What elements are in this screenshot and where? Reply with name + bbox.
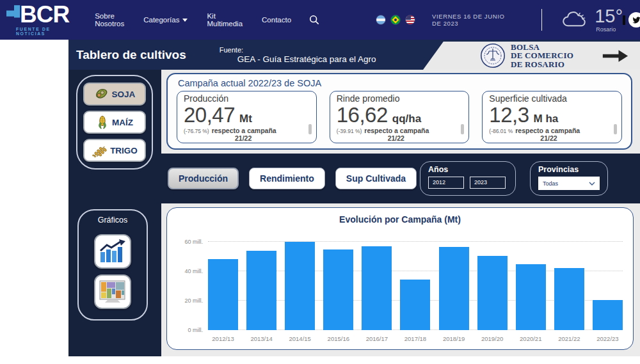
brazil-flag-icon[interactable] [390,15,401,25]
language-flags [376,15,415,25]
kpi-delta-ref: 21/22 [235,134,310,142]
logo-text: BCR [20,4,69,25]
x-axis-tick-label: 2020/21 [520,335,541,342]
wheat-icon [92,144,107,157]
x-axis-tick-label: 2022/23 [596,335,618,342]
top-navbar: BCR FUENTE DE NOTICIAS Sobre Nosotros Ca… [0,0,640,40]
crops-dashboard: Tablero de cultivos Fuente: GEA - Guía E… [68,40,640,356]
chevron-down-icon [589,182,595,186]
bar-2022/23[interactable] [593,300,623,330]
bar-2020/21[interactable] [516,264,546,330]
kpi-section: Campaña actual 2022/23 de SOJA Producció… [161,70,640,154]
twitter-icon[interactable] [628,12,640,28]
bar-slot: 2019/20 [477,235,508,330]
dashboard-title-banner: Tablero de cultivos Fuente: GEA - Guía E… [68,40,445,70]
nav-menu: Sobre Nosotros Categorías Kit Multimedia… [95,12,291,28]
kpi-unit: M ha [534,113,559,125]
graficos-label: Gráficos [98,216,128,225]
graficos-panel: Gráficos [77,209,148,320]
scrollbar-thumb[interactable] [614,124,617,134]
bar-slot: 2020/21 [516,235,546,330]
menu-item-kit-multimedia[interactable]: Kit Multimedia [207,12,243,28]
bar-2013/14[interactable] [246,251,276,330]
crop-selector: SOJA MAÍZ [76,75,153,170]
year-to-input[interactable]: 2023 [470,177,506,189]
bar-2021/22[interactable] [554,268,584,330]
treemap-button[interactable] [94,274,131,309]
dashboard-body: SOJA MAÍZ [68,70,640,356]
usa-flag-icon[interactable] [405,15,415,25]
kpi-delta-note: respecto a campaña [364,127,429,134]
bar-2016/17[interactable] [362,246,392,330]
bar-slot: 2022/23 [593,235,623,330]
kpi-delta-note: respecto a campaña [515,127,580,134]
crop-button-maiz[interactable]: MAÍZ [83,111,146,134]
kpi-label: Superficie cultivada [489,93,615,104]
menu-label: Sobre Nosotros [95,12,124,28]
kpi-card-rinde: Rinde promedio 16,62 qq/ha (-39.91 %) re… [330,91,470,143]
kpi-title: Campaña actual 2022/23 de SOJA [178,78,622,88]
bar-slot: 2012/13 [208,235,238,330]
kpi-label: Producción [184,93,310,104]
cloud-icon [561,11,588,29]
kpi-card-produccion: Producción 20,47 Mt (-76.75 %) respecto … [177,91,317,143]
metric-button-rendimiento[interactable]: Rendimiento [249,168,325,189]
kpi-delta: (-86.01 % [489,128,513,134]
bar-chart-trend-button[interactable] [94,234,131,269]
date-text: VIERNES 16 DE JUNIO DE 2023 [432,13,504,27]
bar-2015/16[interactable] [323,249,353,330]
crop-label: MAÍZ [112,118,133,127]
logo-subtext: FUENTE DE NOTICIAS [16,27,69,36]
bar-slot: 2018/19 [439,235,469,330]
bar-slot: 2014/15 [285,235,315,330]
source-block: Fuente: GEA - Guía Estratégica para el A… [220,46,376,64]
menu-label: Contacto [262,16,291,24]
provinces-dropdown[interactable]: Todas [538,177,600,190]
metric-button-sup-cultivada[interactable]: Sup Cultivada [335,168,417,189]
social-icons [623,12,640,28]
sidebar: SOJA MAÍZ [68,70,161,356]
crop-label: TRIGO [110,146,138,155]
bar-2018/19[interactable] [439,247,469,330]
bar-2017/18[interactable] [400,280,430,330]
crop-button-trigo[interactable]: TRIGO [83,139,146,162]
menu-label: Kit Multimedia [207,12,243,28]
metric-button-produccion[interactable]: Producción [168,168,239,189]
y-axis-tick-label: 20 mill. [172,297,203,304]
kpi-unit: qq/ha [392,113,421,125]
year-from-input[interactable]: 2012 [428,177,464,189]
weather-city: Rosario [596,26,616,33]
next-arrow-icon[interactable] [602,49,628,63]
org-line: DE ROSARIO [511,60,573,69]
scrollbar-thumb[interactable] [308,124,312,134]
provinces-selected-value: Todas [543,180,558,187]
bar-2014/15[interactable] [285,242,315,330]
menu-item-categorias[interactable]: Categorías [143,12,188,28]
main-content: Campaña actual 2022/23 de SOJA Producció… [161,70,640,356]
header-right: BOLSA DE COMERCIO DE ROSARIO [423,40,640,70]
menu-item-sobre-nosotros[interactable]: Sobre Nosotros [95,12,124,28]
kpi-value: 16,62 [337,104,388,127]
weather-widget: 15° Rosario [561,7,623,33]
x-axis-tick-label: 2019/20 [481,335,503,342]
crop-button-soja[interactable]: SOJA [83,83,146,106]
bar-slot: 2015/16 [323,235,353,330]
search-icon[interactable] [309,15,319,25]
argentina-flag-icon[interactable] [376,15,386,25]
org-line: DE COMERCIO [511,51,573,60]
x-axis-tick-label: 2016/17 [366,335,388,342]
temperature: 15° [595,7,623,26]
years-label: Años [428,165,508,174]
controls-row: Producción Rendimiento Sup Cultivada Año… [161,154,640,203]
menu-item-contacto[interactable]: Contacto [262,12,291,28]
menu-label: Categorías [143,16,179,24]
social-icon-partial[interactable] [623,15,625,25]
bar-2019/20[interactable] [477,256,508,330]
bar-2012/13[interactable] [208,259,238,330]
crop-label: SOJA [112,90,136,99]
chart-section: Evolución por Campaña (Mt) 0 mill.20 mil… [161,203,640,356]
scrollbar-thumb[interactable] [461,124,464,134]
bar-slot: 2021/22 [554,235,584,330]
kpi-label: Rinde promedio [337,93,463,104]
bcr-logo[interactable]: BCR FUENTE DE NOTICIAS [6,4,69,36]
